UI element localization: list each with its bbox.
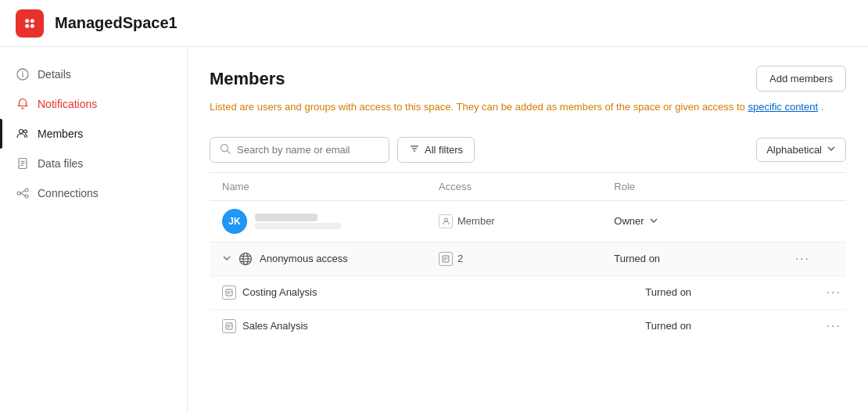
app-icon [16, 9, 44, 38]
anon-status-cell: Turned on [614, 242, 790, 275]
anon-status: Turned on [614, 253, 660, 264]
sidebar-item-connections[interactable]: Connections [0, 178, 187, 208]
anon-actions-cell: ··· [791, 242, 846, 275]
file-icon [16, 156, 30, 171]
svg-point-23 [444, 218, 447, 221]
members-table: Name Access Role JK [210, 172, 846, 343]
table-row: JK [210, 200, 846, 242]
member-access-cell: Member [439, 200, 614, 242]
table-header: Name Access Role [210, 172, 846, 200]
description-link[interactable]: specific content [748, 101, 818, 113]
sales-name-cell: Sales Analysis [210, 309, 439, 343]
member-actions-cell [791, 200, 846, 242]
sub-row-costing: Costing Analysis Turned on ··· [210, 275, 846, 309]
email-blur [255, 223, 341, 229]
search-box[interactable] [210, 137, 389, 163]
costing-actions-cell: ··· [791, 275, 846, 309]
col-access: Access [439, 172, 614, 200]
sales-more-button[interactable]: ··· [822, 318, 846, 335]
sales-access-cell [439, 309, 614, 343]
sidebar-item-details[interactable]: Details [0, 59, 187, 89]
sidebar-item-notifications[interactable]: Notifications [0, 89, 187, 119]
svg-point-15 [25, 195, 28, 198]
members-description: Listed are users and groups with access … [210, 99, 846, 115]
add-members-button[interactable]: Add members [756, 66, 846, 92]
svg-rect-32 [226, 289, 232, 296]
search-input[interactable] [237, 144, 379, 156]
costing-name-cell: Costing Analysis [210, 275, 439, 309]
filter-icon [409, 143, 420, 156]
sales-label: Sales Analysis [242, 320, 308, 332]
expand-icon[interactable] [222, 253, 231, 264]
info-icon [16, 67, 30, 81]
svg-rect-35 [226, 323, 232, 329]
svg-point-6 [22, 71, 23, 73]
svg-point-3 [30, 23, 34, 27]
svg-point-1 [30, 19, 34, 23]
sidebar: Details Notifications Members [0, 47, 188, 413]
svg-point-13 [17, 192, 20, 195]
anon-label: Anonymous access [260, 253, 348, 264]
sort-button[interactable]: Alphabetical [756, 138, 846, 162]
svg-point-8 [24, 130, 27, 133]
sort-label: Alphabetical [766, 144, 822, 156]
svg-point-0 [25, 19, 29, 23]
anon-more-button[interactable]: ··· [791, 250, 815, 268]
filter-button[interactable]: All filters [397, 137, 475, 163]
costing-status: Turned on [645, 286, 691, 298]
sales-status: Turned on [645, 320, 691, 332]
connections-icon [16, 186, 30, 200]
owner-label: Owner [614, 215, 644, 227]
app-title: ManagedSpace1 [55, 14, 178, 32]
member-role-cell: Owner [614, 200, 790, 242]
member-access-label: Member [457, 215, 495, 227]
svg-point-2 [25, 23, 29, 27]
bell-icon [16, 97, 30, 111]
chevron-down-icon[interactable] [649, 216, 658, 227]
sales-actions-cell: ··· [791, 309, 846, 343]
description-text-prefix: Listed are users and groups with access … [210, 101, 745, 113]
layout: Details Notifications Members [0, 47, 868, 413]
sidebar-item-label: Members [38, 127, 83, 140]
members-header: Members Add members [210, 66, 846, 92]
sales-status-cell: Turned on [614, 309, 790, 343]
sidebar-item-label: Data files [38, 157, 83, 170]
col-role: Role [614, 172, 790, 200]
sidebar-item-label: Details [38, 68, 71, 81]
content-icon [222, 286, 236, 300]
svg-point-14 [25, 189, 28, 192]
costing-status-cell: Turned on [614, 275, 790, 309]
page-title: Members [210, 69, 285, 89]
top-header: ManagedSpace1 [0, 0, 868, 47]
member-icon [439, 214, 453, 228]
sub-row-sales: Sales Analysis Turned on ··· [210, 309, 846, 343]
sidebar-item-label: Notifications [38, 98, 97, 110]
name-blur [255, 214, 317, 221]
col-name: Name [210, 172, 439, 200]
users-icon [16, 127, 30, 141]
search-icon [220, 143, 231, 156]
svg-line-19 [228, 150, 231, 153]
avatar: JK [222, 209, 247, 234]
anonymous-access-row: Anonymous access [210, 242, 846, 275]
toolbar: All filters Alphabetical [210, 127, 846, 172]
chevron-down-icon [827, 144, 836, 156]
globe-icon [238, 251, 253, 267]
svg-rect-29 [443, 256, 449, 262]
col-actions [791, 172, 846, 200]
svg-line-16 [20, 191, 25, 193]
costing-more-button[interactable]: ··· [822, 284, 846, 301]
content-icon [439, 252, 453, 266]
main-content: Members Add members Listed are users and… [188, 47, 868, 413]
anon-name-cell: Anonymous access [210, 242, 439, 275]
costing-label: Costing Analysis [242, 286, 317, 298]
sidebar-item-data-files[interactable]: Data files [0, 149, 187, 178]
sidebar-item-members[interactable]: Members [0, 119, 187, 149]
svg-line-17 [20, 193, 25, 196]
content-icon [222, 319, 236, 333]
filter-label: All filters [425, 144, 463, 156]
anon-access-cell: 2 [439, 242, 614, 275]
svg-point-7 [20, 130, 23, 134]
costing-access-cell [439, 275, 614, 309]
sidebar-item-label: Connections [38, 187, 99, 199]
